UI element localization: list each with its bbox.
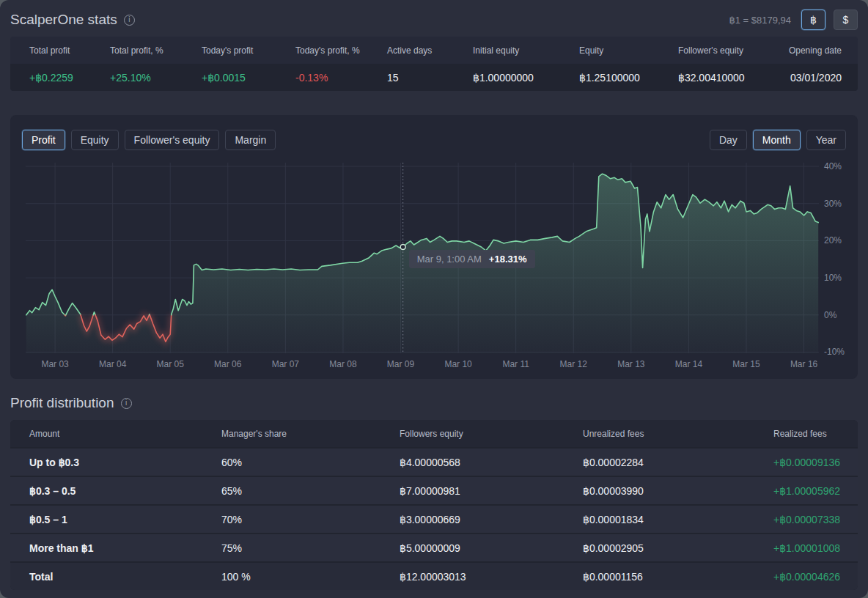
dist-col-followers: Followers equity: [400, 429, 583, 439]
distribution-header: Profit distribution i: [0, 379, 868, 420]
table-row: ฿0.3 – 0.5 65% ฿7.00000981 ฿0.00003990 +…: [10, 476, 858, 504]
todays-profit-pct-value: -0.13%: [295, 72, 387, 84]
opening-date-value: 03/01/2020: [777, 72, 858, 84]
stats-col-header: Today's profit, %: [295, 45, 387, 56]
unrealized-cell: ฿0.00003990: [583, 485, 773, 497]
share-cell: 60%: [221, 457, 400, 468]
stats-table: Total profit Total profit, % Today's pro…: [10, 37, 858, 91]
svg-text:10%: 10%: [824, 273, 842, 283]
tab-equity[interactable]: Equity: [71, 130, 119, 150]
svg-text:20%: 20%: [824, 235, 842, 246]
svg-text:Mar 14: Mar 14: [675, 359, 703, 369]
stats-col-header: Follower's equity: [678, 45, 777, 56]
metric-tabs: Profit Equity Follower's equity Margin: [22, 130, 276, 150]
active-days-value: 15: [387, 72, 473, 84]
amount-cell: Up to ฿0.3: [29, 457, 221, 468]
table-total-row: Total 100 % ฿12.00003013 ฿0.00001156 +฿0…: [10, 561, 858, 590]
chart-canvas[interactable]: Mar 03Mar 04Mar 05Mar 06Mar 07Mar 08Mar …: [10, 161, 858, 379]
svg-text:Mar 05: Mar 05: [157, 359, 185, 369]
svg-text:Mar 06: Mar 06: [214, 359, 242, 369]
share-cell: 75%: [221, 542, 400, 554]
page-header: ScalperOne stats i ฿1 = $8179,94 ฿ $: [0, 0, 868, 37]
page-title: ScalperOne stats i: [10, 12, 135, 28]
followers-cell: ฿5.00000009: [400, 542, 583, 554]
amount-cell: Total: [29, 571, 221, 583]
usd-currency-button[interactable]: $: [834, 10, 858, 30]
svg-text:Mar 08: Mar 08: [329, 359, 357, 369]
realized-cell: +฿0.00004626: [773, 571, 858, 583]
range-year[interactable]: Year: [806, 130, 846, 150]
share-cell: 100 %: [221, 571, 400, 583]
stats-value-row: +฿0.2259 +25.10% +฿0.0015 -0.13% 15 ฿1.0…: [10, 64, 858, 91]
table-row: More than ฿1 75% ฿5.00000009 ฿0.00002905…: [10, 533, 858, 561]
dist-col-unrealized: Unrealized fees: [583, 429, 773, 439]
page-title-text: ScalperOne stats: [10, 12, 117, 28]
amount-cell: ฿0.3 – 0.5: [29, 485, 221, 497]
followers-cell: ฿3.00000669: [400, 514, 583, 525]
amount-cell: ฿0.5 – 1: [29, 514, 221, 525]
tab-profit[interactable]: Profit: [22, 130, 65, 150]
followers-equity-value: ฿32.00410000: [678, 72, 777, 84]
distribution-title-text: Profit distribution: [10, 395, 114, 411]
stats-col-header: Opening date: [777, 45, 858, 56]
unrealized-cell: ฿0.00002905: [583, 542, 773, 554]
followers-cell: ฿7.00000981: [400, 485, 583, 497]
realized-cell: +฿1.00001008: [773, 542, 858, 554]
followers-cell: ฿12.00003013: [400, 571, 583, 583]
svg-text:Mar 15: Mar 15: [732, 359, 760, 369]
realized-cell: +฿1.00005962: [773, 485, 858, 497]
info-icon[interactable]: i: [124, 15, 135, 26]
table-row: Up to ฿0.3 60% ฿4.00000568 ฿0.00002284 +…: [10, 447, 858, 476]
tab-followers-equity[interactable]: Follower's equity: [125, 130, 220, 150]
svg-text:Mar 12: Mar 12: [560, 359, 588, 369]
range-tabs: Day Month Year: [710, 130, 846, 150]
chart-toolbar: Profit Equity Follower's equity Margin D…: [10, 115, 858, 150]
chart-panel: Profit Equity Follower's equity Margin D…: [10, 115, 858, 379]
stats-col-header: Total profit, %: [110, 45, 202, 56]
svg-text:30%: 30%: [824, 199, 842, 209]
app-window: ScalperOne stats i ฿1 = $8179,94 ฿ $ Tot…: [0, 0, 868, 598]
svg-text:Mar 11: Mar 11: [502, 359, 529, 369]
svg-text:Mar 10: Mar 10: [444, 359, 472, 369]
tab-margin[interactable]: Margin: [225, 130, 276, 150]
table-row: ฿0.5 – 1 70% ฿3.00000669 ฿0.00001834 +฿0…: [10, 504, 858, 533]
initial-equity-value: ฿1.00000000: [473, 72, 579, 84]
svg-text:Mar 16: Mar 16: [790, 359, 818, 369]
stats-col-header: Active days: [387, 45, 473, 56]
svg-text:40%: 40%: [824, 161, 842, 171]
share-cell: 70%: [221, 514, 400, 525]
dist-col-realized: Realized fees: [773, 429, 858, 439]
realized-cell: +฿0.00009136: [773, 457, 858, 468]
currency-controls: ฿1 = $8179,94 ฿ $: [729, 10, 858, 30]
svg-text:Mar 03: Mar 03: [41, 359, 69, 369]
stats-col-header: Initial equity: [473, 45, 579, 56]
svg-text:Mar 07: Mar 07: [272, 359, 300, 369]
svg-text:-10%: -10%: [824, 347, 845, 357]
dist-col-amount: Amount: [29, 429, 221, 439]
exchange-rate: ฿1 = $8179,94: [729, 15, 791, 26]
realized-cell: +฿0.00007338: [773, 514, 858, 525]
svg-text:Mar 04: Mar 04: [99, 359, 127, 369]
svg-text:Mar 09: Mar 09: [387, 359, 415, 369]
svg-text:0%: 0%: [824, 310, 837, 320]
amount-cell: More than ฿1: [29, 542, 221, 554]
info-icon[interactable]: i: [121, 398, 132, 409]
distribution-table: Amount Manager's share Followers equity …: [10, 420, 858, 590]
stats-header-row: Total profit Total profit, % Today's pro…: [10, 37, 858, 64]
unrealized-cell: ฿0.00002284: [583, 457, 773, 468]
distribution-title: Profit distribution i: [10, 395, 132, 411]
range-day[interactable]: Day: [710, 130, 747, 150]
range-month[interactable]: Month: [753, 130, 801, 150]
btc-currency-button[interactable]: ฿: [801, 10, 825, 30]
svg-text:Mar 13: Mar 13: [617, 359, 645, 369]
dist-col-share: Manager's share: [221, 429, 400, 439]
profit-chart: Mar 03Mar 04Mar 05Mar 06Mar 07Mar 08Mar …: [10, 161, 858, 379]
distribution-header-row: Amount Manager's share Followers equity …: [10, 420, 858, 447]
share-cell: 65%: [221, 485, 400, 497]
unrealized-cell: ฿0.00001834: [583, 514, 773, 525]
stats-col-header: Equity: [579, 45, 678, 56]
equity-value: ฿1.25100000: [579, 72, 678, 84]
total-profit-pct-value: +25.10%: [110, 72, 202, 84]
followers-cell: ฿4.00000568: [400, 457, 583, 468]
stats-col-header: Total profit: [29, 45, 110, 56]
